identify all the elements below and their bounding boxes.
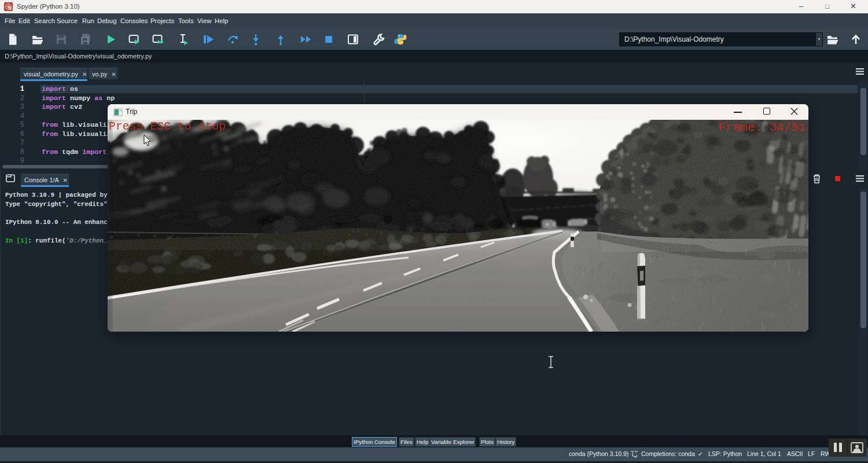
svg-text:Press ESC to stop: Press ESC to stop	[109, 120, 226, 133]
svg-text:S: S	[9, 6, 12, 11]
svg-text:Frame: 34/51: Frame: 34/51	[719, 121, 806, 134]
